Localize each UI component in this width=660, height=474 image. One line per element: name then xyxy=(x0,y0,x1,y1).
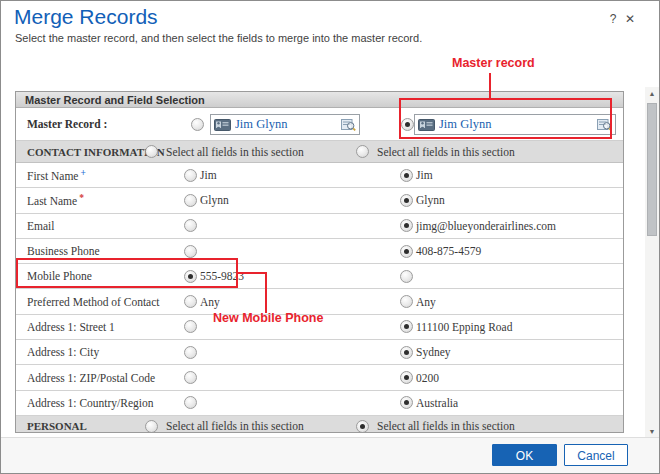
left-radio[interactable] xyxy=(184,320,197,333)
row-label: Preferred Method of Contact xyxy=(27,296,160,308)
row-label: PERSONAL xyxy=(27,420,87,432)
ok-button[interactable]: OK xyxy=(492,444,557,466)
dialog-title: Merge Records xyxy=(14,5,158,29)
cell-value: Jim xyxy=(200,169,217,181)
right-radio[interactable] xyxy=(400,346,413,359)
footer-bar xyxy=(1,437,659,473)
right-cell: 0200 xyxy=(400,365,439,389)
right-radio[interactable] xyxy=(400,270,413,283)
field-row-last-name: Last Name*GlynnGlynn xyxy=(16,188,623,213)
cell-value: Any xyxy=(416,296,436,308)
master-record-label: Master Record : xyxy=(27,118,107,130)
right-radio[interactable] xyxy=(400,371,413,384)
right-cell: jimg@blueyonderairlines.com xyxy=(400,214,556,238)
cell-value: Glynn xyxy=(200,194,229,206)
left-cell xyxy=(184,391,197,415)
field-row-address-1-zip-postal-code: Address 1: ZIP/Postal Code0200 xyxy=(16,365,623,390)
row-label: Business Phone xyxy=(27,245,100,257)
row-label: Address 1: ZIP/Postal Code xyxy=(27,372,155,384)
right-cell: Jim xyxy=(400,163,433,187)
row-label: Address 1: City xyxy=(27,346,99,358)
right-cell: Australia xyxy=(400,391,458,415)
master-left-radio[interactable] xyxy=(191,118,204,131)
field-row-email: Emailjimg@blueyonderairlines.com xyxy=(16,214,623,239)
right-cell: Glynn xyxy=(400,188,445,212)
annotation-new-mobile-phone-label: New Mobile Phone xyxy=(213,311,323,325)
cell-value: Select all fields in this section xyxy=(166,420,304,432)
left-cell xyxy=(184,315,197,339)
left-cell: Glynn xyxy=(184,188,229,212)
master-left-lookup-field[interactable]: Jim Glynn xyxy=(210,114,360,135)
left-radio[interactable] xyxy=(184,295,197,308)
row-label: Last Name* xyxy=(27,193,84,208)
right-cell: 408-875-4579 xyxy=(400,239,481,263)
help-icon[interactable]: ? xyxy=(606,12,620,28)
left-radio[interactable] xyxy=(184,219,197,232)
right-radio[interactable] xyxy=(400,194,413,207)
annotation-mobile-phone-box xyxy=(16,258,238,288)
annotation-mobile-connector-vertical xyxy=(265,272,267,313)
annotation-master-record-line xyxy=(489,73,491,99)
right-radio[interactable] xyxy=(400,295,413,308)
section-row-personal: PERSONALSelect all fields in this sectio… xyxy=(16,416,623,432)
recommended-icon: + xyxy=(80,168,85,178)
right-cell: Select all fields in this section xyxy=(356,416,515,432)
left-radio[interactable] xyxy=(184,371,197,384)
right-radio[interactable] xyxy=(356,145,369,158)
cell-value: jimg@blueyonderairlines.com xyxy=(416,220,556,232)
merge-records-dialog: Merge Records Select the master record, … xyxy=(0,0,660,474)
right-radio[interactable] xyxy=(400,219,413,232)
required-icon: * xyxy=(79,193,84,203)
annotation-master-record-box xyxy=(399,98,612,139)
left-cell: Jim xyxy=(184,163,217,187)
dialog-subtitle: Select the master record, and then selec… xyxy=(15,32,422,44)
left-radio[interactable] xyxy=(145,145,158,158)
cell-value: Australia xyxy=(416,397,458,409)
right-radio[interactable] xyxy=(356,420,369,432)
right-cell: Any xyxy=(400,289,436,313)
vertical-scrollbar[interactable]: ▲ ▼ xyxy=(645,87,659,438)
annotation-mobile-connector-horizontal xyxy=(237,272,267,274)
right-cell: 111100 Epping Road xyxy=(400,315,512,339)
cell-value: Any xyxy=(200,296,220,308)
cell-value: Select all fields in this section xyxy=(166,146,304,158)
scrollbar-thumb[interactable] xyxy=(647,103,657,236)
left-radio[interactable] xyxy=(184,194,197,207)
left-cell: Select all fields in this section xyxy=(145,141,304,162)
right-radio[interactable] xyxy=(400,396,413,409)
left-radio[interactable] xyxy=(184,245,197,258)
cell-value: Glynn xyxy=(416,194,445,206)
section-row-contact-information: CONTACT INFORMATIONSelect all fields in … xyxy=(16,141,623,163)
left-radio[interactable] xyxy=(145,420,158,432)
row-label: Email xyxy=(27,220,54,232)
left-cell xyxy=(184,365,197,389)
lookup-icon[interactable] xyxy=(341,118,356,131)
field-row-address-1-country-region: Address 1: Country/RegionAustralia xyxy=(16,391,623,416)
left-cell xyxy=(184,214,197,238)
annotation-master-record-label: Master record xyxy=(452,56,535,70)
row-label: Address 1: Country/Region xyxy=(27,397,154,409)
right-radio[interactable] xyxy=(400,320,413,333)
right-cell xyxy=(400,264,413,288)
right-radio[interactable] xyxy=(400,169,413,182)
cell-value: Jim xyxy=(416,169,433,181)
contact-card-icon xyxy=(214,119,231,131)
field-row-first-name: First Name+JimJim xyxy=(16,163,623,188)
close-icon[interactable]: ✕ xyxy=(623,12,637,28)
left-radio[interactable] xyxy=(184,346,197,359)
cell-value: 408-875-4579 xyxy=(416,245,481,257)
cell-value: 111100 Epping Road xyxy=(416,321,512,333)
cell-value: Sydney xyxy=(416,346,451,358)
right-cell: Select all fields in this section xyxy=(356,141,515,162)
left-radio[interactable] xyxy=(184,169,197,182)
cancel-button[interactable]: Cancel xyxy=(564,444,628,466)
scroll-up-icon[interactable]: ▲ xyxy=(645,87,659,100)
row-label: First Name+ xyxy=(27,168,86,183)
cell-value: Select all fields in this section xyxy=(377,420,515,432)
field-row-address-1-city: Address 1: CitySydney xyxy=(16,340,623,365)
left-cell: Select all fields in this section xyxy=(145,416,304,432)
cell-value: Select all fields in this section xyxy=(377,146,515,158)
master-left-record-link[interactable]: Jim Glynn xyxy=(235,117,337,132)
left-radio[interactable] xyxy=(184,396,197,409)
right-radio[interactable] xyxy=(400,245,413,258)
